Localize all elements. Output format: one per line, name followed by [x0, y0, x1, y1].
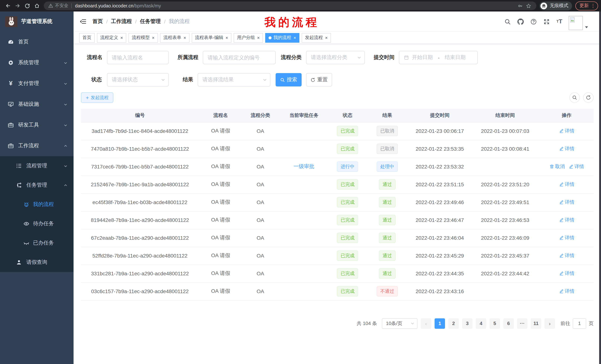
tab-process-model[interactable]: 流程模型× — [129, 33, 158, 42]
sidebar-item-home[interactable]: 首页 — [0, 31, 74, 52]
sidebar-item-done-tasks[interactable]: 已办任务 — [0, 233, 74, 253]
close-icon[interactable]: × — [120, 35, 123, 40]
page-button-3[interactable]: 3 — [462, 318, 472, 329]
scrollbar[interactable] — [599, 11, 601, 364]
detail-link[interactable]: 详情 — [559, 145, 574, 152]
detail-link[interactable]: 详情 — [559, 128, 574, 134]
detail-link[interactable]: 详情 — [559, 270, 574, 277]
submit-time: 2022-01-22 23:49:46 — [409, 193, 471, 211]
page-button-1[interactable]: 1 — [435, 318, 445, 329]
sidebar-item-payment[interactable]: ¥ 支付管理 — [0, 73, 74, 94]
page-button-6[interactable]: 6 — [503, 318, 514, 329]
prev-page-button[interactable]: ‹ — [421, 318, 431, 329]
close-icon[interactable]: × — [152, 35, 155, 40]
reset-button[interactable]: 重置 — [306, 73, 332, 86]
help-button[interactable] — [530, 18, 537, 25]
page-button-5[interactable]: 5 — [490, 318, 500, 329]
detail-link[interactable]: 详情 — [559, 288, 574, 295]
address-bar[interactable]: 不安全 dashboard.yudao.iocoder.cn/bpm/task/… — [44, 1, 536, 10]
sidebar-item-leave-query[interactable]: 请假查询 — [0, 253, 74, 272]
detail-link[interactable]: 详情 — [559, 199, 574, 206]
close-icon[interactable]: × — [183, 35, 186, 40]
chevron-down-icon — [63, 164, 68, 168]
browser-back-button[interactable] — [3, 1, 13, 10]
avatar[interactable] — [569, 16, 583, 30]
sidebar-item-process-management[interactable]: 流程管理 — [0, 156, 74, 175]
status-badge: 已完成 — [337, 215, 358, 225]
browser-menu-icon[interactable]: ⋮ — [591, 3, 595, 9]
tab-my-process[interactable]: 我的流程× — [265, 33, 299, 42]
caret-down-icon — [411, 321, 415, 326]
detail-link[interactable]: 详情 — [559, 234, 574, 241]
close-icon[interactable]: × — [225, 35, 228, 40]
breadcrumb-task-management[interactable]: 任务管理 — [140, 18, 161, 25]
scrollbar-thumb[interactable] — [599, 11, 601, 364]
result-select[interactable]: 请选择流结果 — [198, 73, 270, 86]
github-button[interactable] — [517, 18, 524, 25]
browser-forward-button[interactable] — [13, 1, 22, 10]
browser-reload-button[interactable] — [22, 1, 32, 10]
detail-link[interactable]: 详情 — [569, 163, 584, 170]
breadcrumb-workflow[interactable]: 工作流程 — [111, 18, 132, 25]
page-size-select[interactable]: 10条/页 — [382, 318, 418, 329]
tab-user-group[interactable]: 用户分组× — [234, 33, 263, 42]
page-button-2[interactable]: 2 — [448, 318, 459, 329]
user-avatar-menu[interactable] — [569, 16, 588, 30]
process-def-input[interactable] — [208, 55, 271, 60]
sidebar-item-task-management[interactable]: 任务管理 — [0, 175, 74, 195]
browser-update-button[interactable]: 更新 ⋮ — [575, 1, 598, 10]
breadcrumb-home[interactable]: 首页 — [92, 18, 103, 25]
browser-home-button[interactable] — [32, 1, 42, 10]
search-button[interactable] — [504, 18, 511, 25]
close-icon[interactable]: × — [257, 35, 260, 40]
cancel-link[interactable]: 取消 — [549, 163, 565, 170]
col-name: 流程名 — [199, 109, 242, 122]
user-icon — [16, 259, 22, 266]
page-content: 流程名 所属流程 流程分类 请选择流程分类 提交时间 开始日期 - 结束日期 — [74, 44, 601, 329]
submit-time: 2022-01-22 23:53:35 — [409, 140, 471, 158]
col-end-time: 结束时间 — [471, 109, 540, 122]
show-search-button[interactable] — [570, 92, 580, 103]
font-size-button[interactable]: TT — [556, 18, 563, 25]
current-task-link[interactable]: 一级审批 — [294, 163, 314, 169]
next-page-button[interactable]: › — [545, 318, 555, 329]
detail-link[interactable]: 详情 — [559, 181, 574, 188]
process-name: OA 请假 — [199, 175, 242, 193]
process-category: OA — [242, 282, 278, 300]
sidebar-item-my-process[interactable]: 我的流程 — [0, 195, 74, 214]
tab-start-process[interactable]: 发起流程× — [302, 33, 331, 42]
goto-page-input[interactable] — [573, 318, 586, 329]
page-ellipsis-button[interactable]: ··· — [517, 318, 527, 329]
sidebar-item-workflow[interactable]: 工作流程 — [0, 135, 74, 156]
table-toolbar: +发起流程 — [81, 92, 594, 103]
search-submit-button[interactable]: 搜索 — [276, 73, 302, 86]
sidebar-collapse-button[interactable] — [79, 17, 87, 25]
page-button-4[interactable]: 4 — [476, 318, 486, 329]
tab-process-form[interactable]: 流程表单× — [160, 33, 190, 42]
tab-process-definition[interactable]: 流程定义× — [97, 33, 126, 42]
caret-down-icon — [263, 77, 267, 82]
detail-link[interactable]: 详情 — [559, 252, 574, 259]
tab-process-form-edit[interactable]: 流程表单-编辑× — [192, 33, 231, 42]
sidebar-item-dev-tools[interactable]: 研发工具 — [0, 115, 74, 135]
detail-link[interactable]: 详情 — [559, 217, 574, 223]
create-process-button[interactable]: +发起流程 — [81, 92, 113, 103]
tab-home[interactable]: 首页 — [79, 33, 95, 42]
sidebar-item-system[interactable]: 系统管理 — [0, 52, 74, 73]
password-key-button[interactable] — [516, 2, 524, 10]
refresh-table-button[interactable] — [583, 92, 594, 103]
sidebar-item-todo-tasks[interactable]: 待办任务 — [0, 214, 74, 233]
row-actions: 详情 — [559, 200, 574, 206]
incognito-badge: 无痕模式 — [539, 1, 572, 10]
status-select[interactable]: 请选择状态 — [107, 73, 169, 86]
sidebar-item-infrastructure[interactable]: 基础设施 — [0, 94, 74, 115]
bookmark-star-button[interactable] — [524, 2, 533, 10]
fullscreen-button[interactable] — [543, 18, 550, 25]
close-icon[interactable]: × — [325, 35, 328, 40]
category-select[interactable]: 请选择流程分类 — [306, 51, 365, 64]
close-icon[interactable]: × — [293, 35, 296, 40]
date-range-picker[interactable]: 开始日期 - 结束日期 — [399, 51, 478, 64]
process-id: 7470a810-7b9b-11ec-b5b7-acde48001122 — [81, 140, 199, 158]
page-button-11[interactable]: 11 — [531, 318, 541, 329]
process-name-input[interactable] — [112, 55, 164, 60]
